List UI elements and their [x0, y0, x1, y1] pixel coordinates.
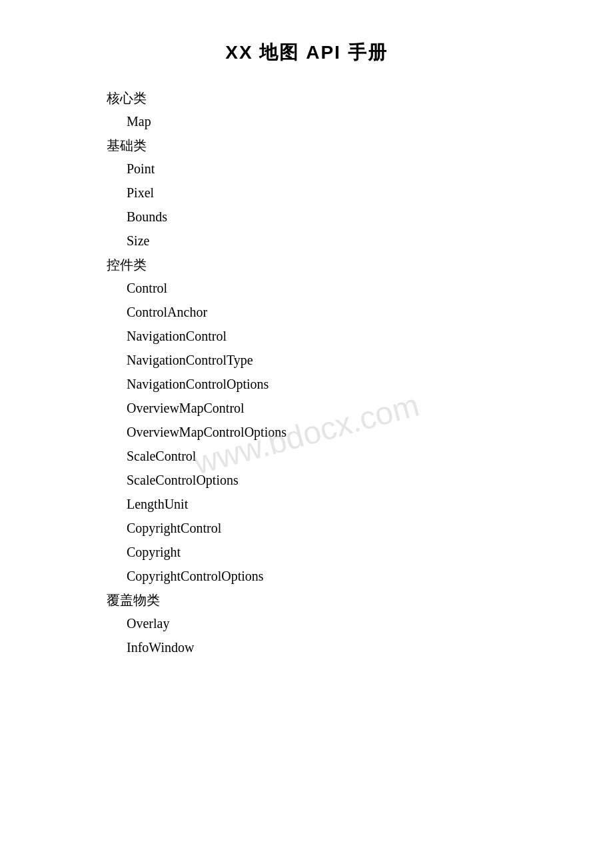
toc-item[interactable]: Bounds [53, 205, 560, 228]
toc-item[interactable]: Map [53, 110, 560, 133]
toc-item[interactable]: Size [53, 229, 560, 252]
toc-item[interactable]: Pixel [53, 181, 560, 204]
toc-item[interactable]: Copyright [53, 541, 560, 563]
toc-category[interactable]: 基础类 [53, 137, 560, 155]
toc-item[interactable]: NavigationControlType [53, 349, 560, 371]
toc-item[interactable]: ScaleControl [53, 445, 560, 467]
page-container: www.bdocx.com XX 地图 API 手册 核心类Map基础类Poin… [0, 0, 613, 868]
toc-item[interactable]: CopyrightControl [53, 517, 560, 539]
toc-item[interactable]: InfoWindow [53, 636, 560, 659]
toc-item[interactable]: Control [53, 277, 560, 299]
toc-item[interactable]: Point [53, 157, 560, 180]
toc-item[interactable]: LengthUnit [53, 493, 560, 515]
toc-category[interactable]: 核心类 [53, 89, 560, 107]
toc-item[interactable]: NavigationControlOptions [53, 373, 560, 395]
toc-item[interactable]: NavigationControl [53, 325, 560, 347]
toc-item[interactable]: OverviewMapControlOptions [53, 421, 560, 443]
toc-category[interactable]: 控件类 [53, 256, 560, 274]
toc-category[interactable]: 覆盖物类 [53, 591, 560, 609]
toc-item[interactable]: ScaleControlOptions [53, 469, 560, 491]
toc-item[interactable]: Overlay [53, 612, 560, 635]
toc-item[interactable]: CopyrightControlOptions [53, 565, 560, 587]
toc-item[interactable]: ControlAnchor [53, 301, 560, 323]
toc-list: 核心类Map基础类PointPixelBoundsSize控件类ControlC… [53, 89, 560, 659]
toc-item[interactable]: OverviewMapControl [53, 397, 560, 419]
page-title: XX 地图 API 手册 [53, 40, 560, 65]
